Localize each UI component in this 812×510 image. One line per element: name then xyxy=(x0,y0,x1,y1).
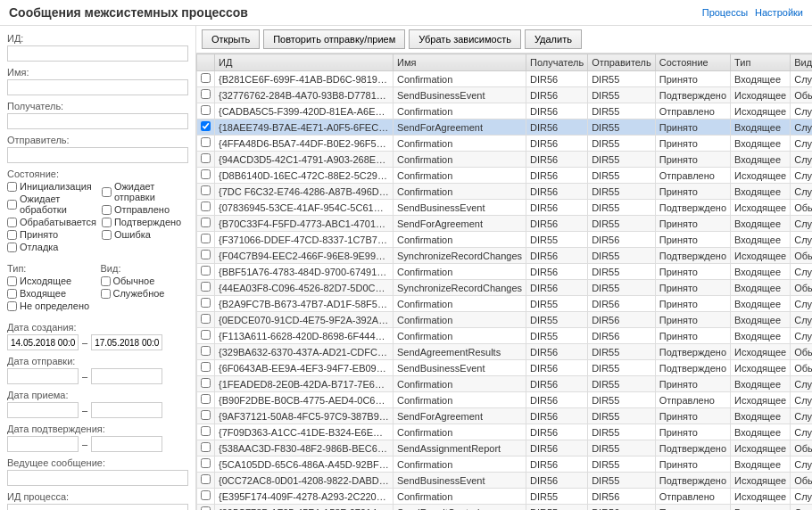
row-checkbox-cell[interactable] xyxy=(197,424,215,440)
row-checkbox[interactable] xyxy=(201,394,211,404)
settings-link[interactable]: Настройки xyxy=(755,7,803,18)
row-checkbox[interactable] xyxy=(201,330,211,340)
row-checkbox-cell[interactable] xyxy=(197,168,215,184)
table-row[interactable]: {B70C33F4-F5FD-4773-ABC1-47010F0DC8D4} S… xyxy=(197,216,813,232)
row-checkbox-cell[interactable] xyxy=(197,216,215,232)
row-checkbox[interactable] xyxy=(201,474,211,484)
row-checkbox[interactable] xyxy=(201,105,211,115)
row-checkbox-cell[interactable] xyxy=(197,71,215,87)
date-confirm-to-input[interactable] xyxy=(91,436,162,452)
col-header-id[interactable]: ИД xyxy=(215,54,394,71)
table-row[interactable]: {F113A611-6628-420D-8698-6F444551590A} C… xyxy=(197,328,813,344)
row-checkbox[interactable] xyxy=(201,298,211,308)
table-row[interactable]: {F371066-DDEF-47CD-8337-1C7B753CF6E5} Co… xyxy=(197,232,813,248)
table-row[interactable]: {0CC72AC8-0D01-4208-9822-DABD57F30A8A} S… xyxy=(197,473,813,489)
row-checkbox[interactable] xyxy=(201,426,211,436)
table-row[interactable]: {18AEE749-B7AE-4E71-A0F5-6FEC2FE2BE53} S… xyxy=(197,119,813,136)
row-checkbox-cell[interactable] xyxy=(197,248,215,264)
name-input[interactable] xyxy=(7,79,188,95)
table-row[interactable]: {B281CE6F-699F-41AB-BD6C-9819627DE908} C… xyxy=(197,71,813,87)
row-checkbox-cell[interactable] xyxy=(197,184,215,200)
type-undefined-checkbox[interactable] xyxy=(7,301,17,311)
row-checkbox-cell[interactable] xyxy=(197,328,215,344)
row-checkbox-cell[interactable] xyxy=(197,392,215,408)
row-checkbox[interactable] xyxy=(201,202,211,211)
row-checkbox[interactable] xyxy=(201,218,211,227)
col-header-type[interactable]: Тип xyxy=(731,54,791,71)
type-incoming-checkbox[interactable] xyxy=(7,289,17,299)
type-outgoing-checkbox[interactable] xyxy=(7,276,17,286)
state-init-checkbox[interactable] xyxy=(7,182,17,192)
table-row[interactable]: {CADBA5C5-F399-420D-81EA-A6E4F1FC8AC9} C… xyxy=(197,103,813,119)
row-checkbox[interactable] xyxy=(201,490,211,500)
sender-input[interactable] xyxy=(7,147,188,163)
row-checkbox-cell[interactable] xyxy=(197,440,215,457)
row-checkbox-cell[interactable] xyxy=(197,457,215,473)
state-wait-send-checkbox[interactable] xyxy=(102,187,112,197)
leading-msg-input[interactable] xyxy=(7,470,188,486)
row-checkbox[interactable] xyxy=(201,250,211,259)
table-row[interactable]: {1FEADED8-2E0B-42DA-B717-7E603B91C0E1} C… xyxy=(197,376,813,392)
table-row[interactable]: {5CA105DD-65C6-486A-A45D-92BFD39D8A17} C… xyxy=(197,457,813,473)
date-from-input[interactable] xyxy=(7,334,79,350)
table-row[interactable]: {538AAC3D-F830-48F2-986B-BEC6B9C39642} S… xyxy=(197,440,813,457)
row-checkbox[interactable] xyxy=(201,153,211,163)
table-row[interactable]: {6F0643AB-EE9A-4EF3-94F7-EB09D96230F4} S… xyxy=(197,360,813,376)
table-row[interactable]: {7DC F6C32-E746-4286-A87B-496D0D9BEA39} … xyxy=(197,184,813,200)
state-confirmed-checkbox[interactable] xyxy=(102,218,112,227)
row-checkbox[interactable] xyxy=(201,185,211,195)
id-input[interactable] xyxy=(7,45,188,62)
view-normal-checkbox[interactable] xyxy=(101,276,111,286)
row-checkbox[interactable] xyxy=(201,442,211,452)
row-checkbox-cell[interactable] xyxy=(197,87,215,103)
row-checkbox[interactable] xyxy=(201,362,211,372)
table-row[interactable]: {44EA03F8-C096-4526-82D7-5D0C6CB9F8DF} S… xyxy=(197,280,813,296)
resend-button[interactable]: Повторить отправку/прием xyxy=(263,29,405,49)
row-checkbox-cell[interactable] xyxy=(197,152,215,168)
table-row[interactable]: {329BA632-6370-437A-AD21-CDFC192F80E6} S… xyxy=(197,344,813,360)
row-checkbox-cell[interactable] xyxy=(197,200,215,216)
row-checkbox[interactable] xyxy=(201,410,211,420)
table-row[interactable]: {BBF51A76-4783-484D-9700-67491AFC3BED} C… xyxy=(197,264,813,280)
row-checkbox-cell[interactable] xyxy=(197,103,215,119)
state-processing-checkbox[interactable] xyxy=(7,218,17,227)
table-row[interactable]: {095C778B-1F95-45F4-A58F-079143D1A1DF} S… xyxy=(197,505,813,511)
col-header-sender[interactable]: Отправитель xyxy=(588,54,656,71)
process-id-input[interactable] xyxy=(7,504,188,510)
row-checkbox-cell[interactable] xyxy=(197,473,215,489)
table-row[interactable]: {B2A9FC7B-B673-47B7-AD1F-58F54B1A5A90} C… xyxy=(197,296,813,312)
table-row[interactable]: {32776762-284B-4A70-93B8-D778148EB526} S… xyxy=(197,87,813,103)
row-checkbox[interactable] xyxy=(201,266,211,276)
row-checkbox[interactable] xyxy=(201,314,211,324)
row-checkbox[interactable] xyxy=(201,378,211,388)
table-row[interactable]: {D8B6140D-16EC-472C-88E2-5C29E7E059BB} C… xyxy=(197,168,813,184)
row-checkbox-cell[interactable] xyxy=(197,376,215,392)
col-header-view[interactable]: Вид xyxy=(791,54,812,71)
delete-button[interactable]: Удалить xyxy=(525,29,582,49)
table-row[interactable]: {7F09D363-A1CC-41DE-B324-E6EBF20CD714} C… xyxy=(197,424,813,440)
row-checkbox[interactable] xyxy=(201,89,211,99)
row-checkbox[interactable] xyxy=(201,458,211,468)
row-checkbox[interactable] xyxy=(201,346,211,356)
row-checkbox-cell[interactable] xyxy=(197,489,215,505)
date-receive-from-input[interactable] xyxy=(7,402,79,418)
date-send-to-input[interactable] xyxy=(91,368,162,384)
col-header-recipient[interactable]: Получатель xyxy=(526,54,588,71)
open-button[interactable]: Открыть xyxy=(202,29,260,49)
row-checkbox-cell[interactable] xyxy=(197,136,215,152)
state-debug-checkbox[interactable] xyxy=(7,243,17,252)
state-sent-checkbox[interactable] xyxy=(102,205,112,215)
date-confirm-from-input[interactable] xyxy=(7,436,79,452)
row-checkbox[interactable] xyxy=(201,169,211,179)
row-checkbox-cell[interactable] xyxy=(197,280,215,296)
row-checkbox[interactable] xyxy=(201,137,211,147)
table-row[interactable]: {07836945-53CE-41AF-954C-5C61A5989C86} S… xyxy=(197,200,813,216)
processes-link[interactable]: Процессы xyxy=(702,7,748,18)
row-checkbox-cell[interactable] xyxy=(197,344,215,360)
state-error-checkbox[interactable] xyxy=(102,230,112,240)
table-row[interactable]: {B90F2DBE-B0CB-4775-AED4-0C6886D18FD5} C… xyxy=(197,392,813,408)
row-checkbox[interactable] xyxy=(201,121,211,131)
date-send-from-input[interactable] xyxy=(7,368,79,384)
table-container[interactable]: ИД Имя Получатель Отправитель Состояние … xyxy=(196,53,812,510)
table-row[interactable]: {F04C7B94-EEC2-466F-96E8-9E99D31141CA} S… xyxy=(197,248,813,264)
